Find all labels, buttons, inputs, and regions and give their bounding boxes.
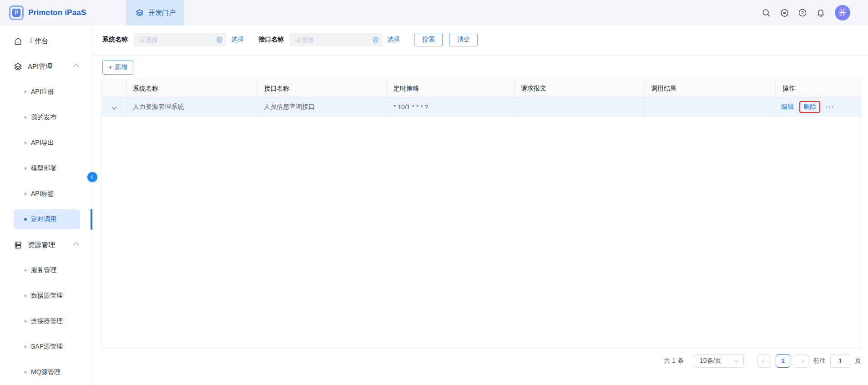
sidebar-item-label: SAP源管理 xyxy=(31,343,63,351)
clear-circle-icon[interactable] xyxy=(216,36,223,43)
chevron-down-icon xyxy=(111,104,116,109)
sidebar-item-label: 模型部署 xyxy=(31,164,56,172)
tab-dev-portal-label: 开发门户 xyxy=(148,9,176,17)
main-content: 系统名称 选择 接口名称 选择 搜索 清空 + 新增 系统名称 接口名称 定时策… xyxy=(92,25,868,385)
plus-icon: + xyxy=(108,64,112,71)
bell-icon[interactable] xyxy=(816,8,826,18)
interface-select-link[interactable]: 选择 xyxy=(387,35,400,44)
bullet-icon xyxy=(24,320,27,323)
sidebar-item-api-register[interactable]: API注册 xyxy=(0,79,92,105)
delete-highlight-box: 删除 xyxy=(799,101,820,113)
sidebar-item-scheduled-invoke[interactable]: 定时调用 xyxy=(0,207,92,232)
cell-actions: 编辑 删除 ··· xyxy=(776,97,861,116)
system-name-input-wrap xyxy=(133,33,227,46)
bullet-icon xyxy=(24,91,27,93)
sidebar-item-label: API注册 xyxy=(31,88,54,96)
bullet-icon xyxy=(24,167,27,170)
cell-request-payload xyxy=(515,97,645,116)
bullet-icon xyxy=(24,142,27,144)
cell-system-name: 人力资源管理系统 xyxy=(126,97,257,116)
cell-invoke-result xyxy=(645,97,776,116)
more-actions-link[interactable]: ··· xyxy=(826,103,835,111)
col-header-request-payload: 请求报文 xyxy=(515,80,645,97)
search-icon[interactable] xyxy=(761,8,771,18)
search-button[interactable]: 搜索 xyxy=(414,33,443,46)
sidebar-item-api-tags[interactable]: API标签 xyxy=(0,181,92,207)
col-header-cron-policy: 定时策略 xyxy=(387,80,515,97)
chevron-right-icon xyxy=(799,359,804,363)
sidebar-group-api-management[interactable]: API管理 xyxy=(0,54,92,79)
section-divider xyxy=(92,55,868,56)
col-header-system-name: 系统名称 xyxy=(126,80,257,97)
bullet-icon xyxy=(24,345,27,348)
chevron-left-icon xyxy=(762,359,767,363)
sidebar-collapse-handle[interactable] xyxy=(87,172,97,182)
help-icon[interactable]: ? xyxy=(797,8,807,18)
cell-interface-name: 人员信息查询接口 xyxy=(257,97,387,116)
sidebar-item-label: API导出 xyxy=(31,139,54,147)
page-size-select[interactable]: 10条/页 xyxy=(694,354,744,368)
ai-hexagon-icon[interactable]: AI xyxy=(779,8,789,18)
sidebar-item-service-management[interactable]: 服务管理 xyxy=(0,258,92,283)
sidebar-item-api-export[interactable]: API导出 xyxy=(0,130,92,156)
sidebar-group-label: API管理 xyxy=(28,62,52,71)
schedule-table: 系统名称 接口名称 定时策略 请求报文 调用结果 操作 人力资源管理系统 人员信… xyxy=(101,80,861,349)
sidebar-item-label: 数据源管理 xyxy=(31,292,63,300)
top-header-bar: P Primeton iPaaS 开发门户 AI ? 开 xyxy=(0,0,868,25)
page-size-value: 10条/页 xyxy=(700,357,721,365)
server-icon xyxy=(13,240,22,249)
page-number-button[interactable]: 1 xyxy=(776,354,790,368)
add-button[interactable]: + 新增 xyxy=(102,60,133,75)
svg-text:AI: AI xyxy=(783,11,786,15)
clear-circle-icon[interactable] xyxy=(372,36,379,43)
table-row: 人力资源管理系统 人员信息查询接口 * 10/1 * * * ? 编辑 删除 ·… xyxy=(102,97,861,117)
prev-page-button[interactable] xyxy=(757,354,771,368)
interface-name-label: 接口名称 xyxy=(258,35,284,44)
svg-text:?: ? xyxy=(801,10,804,15)
home-icon xyxy=(13,36,22,46)
sidebar-item-model-deploy[interactable]: 模型部署 xyxy=(0,156,92,181)
user-avatar[interactable]: 开 xyxy=(835,5,850,20)
system-select-link[interactable]: 选择 xyxy=(231,35,244,44)
sidebar-item-workbench[interactable]: 工作台 xyxy=(0,28,92,54)
bullet-icon xyxy=(24,294,27,297)
sidebar-item-label: 工作台 xyxy=(28,37,48,46)
interface-name-input-wrap xyxy=(289,33,383,46)
system-name-label: 系统名称 xyxy=(102,35,128,44)
bullet-icon xyxy=(24,371,27,374)
bullet-icon xyxy=(24,192,27,195)
page-unit-label: 页 xyxy=(855,357,861,365)
delete-link[interactable]: 删除 xyxy=(803,103,816,111)
sidebar-nav: 工作台 API管理 API注册 我的发布 API导出 模型部署 API标签 xyxy=(0,25,92,385)
bullet-icon xyxy=(24,116,27,119)
sidebar-item-my-publish[interactable]: 我的发布 xyxy=(0,105,92,130)
sidebar-item-label: MQ源管理 xyxy=(31,368,61,376)
sidebar-group-resource-management[interactable]: 资源管理 xyxy=(0,232,92,258)
bullet-icon xyxy=(24,269,27,272)
tab-dev-portal[interactable]: 开发门户 xyxy=(126,0,184,25)
next-page-button[interactable] xyxy=(795,354,808,368)
system-name-input[interactable] xyxy=(133,33,216,46)
goto-page-input[interactable] xyxy=(830,354,850,368)
sidebar-item-connector-management[interactable]: 连接器管理 xyxy=(0,309,92,334)
sidebar-item-label: 定时调用 xyxy=(31,215,56,223)
col-header-actions: 操作 xyxy=(776,80,861,97)
logo-cube-icon: P xyxy=(9,5,24,20)
interface-name-input[interactable] xyxy=(289,33,372,46)
total-count-label: 共 1 条 xyxy=(664,357,684,365)
sidebar-item-datasource-management[interactable]: 数据源管理 xyxy=(0,283,92,309)
sidebar-item-label: 我的发布 xyxy=(31,113,56,122)
clear-button[interactable]: 清空 xyxy=(449,33,478,46)
topbar-actions: AI ? 开 xyxy=(761,0,850,25)
row-expand-cell[interactable] xyxy=(102,97,126,116)
bullet-icon xyxy=(24,218,27,221)
sidebar-group-label: 资源管理 xyxy=(28,241,55,249)
sidebar-item-mq-source-management[interactable]: MQ源管理 xyxy=(0,360,92,385)
layers-icon xyxy=(135,8,145,18)
app-logo: P Primeton iPaaS xyxy=(9,0,86,25)
sidebar-item-label: 服务管理 xyxy=(31,266,56,274)
sidebar-item-label: API标签 xyxy=(31,190,54,198)
edit-link[interactable]: 编辑 xyxy=(781,103,794,111)
sidebar-item-sap-source-management[interactable]: SAP源管理 xyxy=(0,334,92,360)
table-header-row: 系统名称 接口名称 定时策略 请求报文 调用结果 操作 xyxy=(102,80,861,97)
